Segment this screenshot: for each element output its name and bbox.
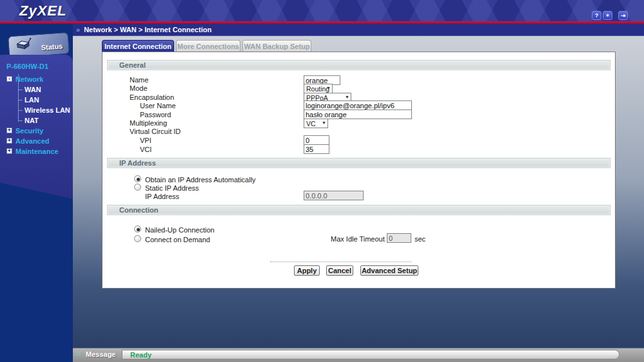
- obtain-ip-label: Obtain an IP Address Automatically: [145, 176, 256, 184]
- message-label: Message: [86, 350, 115, 358]
- password-label: Password: [140, 111, 171, 119]
- sidebar-item-advanced[interactable]: + Advanced: [0, 136, 73, 146]
- button-separator: [270, 262, 412, 262]
- expand-icon[interactable]: +: [6, 128, 12, 133]
- sidebar-item-wireless-lan[interactable]: Wireless LAN: [0, 105, 73, 115]
- logout-icon[interactable]: ⇥: [618, 11, 628, 20]
- sidebar-item-label: NAT: [24, 117, 39, 124]
- mode-label: Mode: [130, 84, 148, 92]
- vpi-label: VPI: [140, 137, 151, 144]
- tab-wan-backup-setup[interactable]: WAN Backup Setup: [242, 40, 311, 52]
- main-content-area: Internet Connection More Connections WAN…: [73, 36, 644, 348]
- ip-address-input: [304, 191, 364, 200]
- sidebar-item-maintenance[interactable]: + Maintenance: [0, 146, 73, 157]
- connect-on-demand-radio[interactable]: [134, 235, 141, 242]
- settings-panel: General Name Mode Routing ▼ Encapsulatio…: [102, 52, 616, 289]
- sidebar-item-label: Security: [15, 127, 43, 135]
- sidebar-item-label: WAN: [24, 86, 41, 93]
- static-ip-radio[interactable]: [134, 184, 141, 191]
- vcid-label: Virtual Circuit ID: [130, 128, 181, 135]
- encapsulation-label: Encapsulation: [130, 93, 174, 101]
- section-header-connection: Connection: [108, 205, 610, 214]
- name-label: Name: [130, 76, 148, 84]
- vci-label: VCI: [140, 146, 151, 153]
- tab-internet-connection[interactable]: Internet Connection: [102, 40, 174, 52]
- sidebar: Status P-660HW-D1 - Network WAN LAN Wire…: [0, 24, 73, 362]
- router-icon: [15, 38, 32, 52]
- username-label: User Name: [140, 102, 176, 110]
- breadcrumb: »Network > WAN > Internet Connection: [73, 24, 644, 36]
- sidebar-item-label: Network: [15, 75, 43, 83]
- static-ip-label: Static IP Address: [145, 184, 199, 192]
- wizard-icon[interactable]: ✶: [603, 11, 612, 20]
- obtain-ip-radio[interactable]: [134, 175, 141, 182]
- status-message-text: Ready: [130, 351, 151, 359]
- username-input[interactable]: [304, 100, 412, 110]
- message-dots-icon: ∷: [77, 350, 81, 357]
- max-idle-timeout-label: Max Idle Timeout: [331, 235, 385, 243]
- sidebar-item-lan[interactable]: LAN: [0, 95, 73, 105]
- message-status-bar: ∷ Message Ready: [73, 348, 644, 362]
- breadcrumb-arrow-icon: »: [76, 26, 80, 33]
- section-header-general: General: [108, 61, 610, 70]
- device-name: P-660HW-D1: [0, 62, 73, 74]
- collapse-icon[interactable]: -: [6, 76, 12, 82]
- multiplexing-label: Multiplexing: [130, 119, 167, 127]
- sidebar-item-security[interactable]: + Security: [0, 126, 73, 136]
- sidebar-item-wan[interactable]: WAN: [0, 84, 73, 95]
- sidebar-item-network[interactable]: - Network: [0, 74, 73, 84]
- sidebar-item-label: LAN: [24, 96, 39, 104]
- ip-address-label: IP Address: [145, 193, 179, 200]
- router-admin-page: ZyXEL ? ✶ ⇥ »Network > WAN > Internet Co…: [0, 0, 644, 362]
- mode-select[interactable]: Routing ▼: [304, 84, 333, 93]
- cancel-button[interactable]: Cancel: [326, 265, 353, 276]
- password-input[interactable]: [304, 110, 412, 119]
- breadcrumb-path: Network > WAN > Internet Connection: [84, 26, 211, 33]
- status-button-label: Status: [41, 42, 63, 51]
- sidebar-item-nat[interactable]: NAT: [0, 115, 73, 126]
- apply-button[interactable]: Apply: [294, 265, 320, 276]
- nailed-up-radio[interactable]: [134, 225, 141, 233]
- section-header-ip-address: IP Address: [108, 158, 610, 167]
- status-button[interactable]: Status: [8, 32, 70, 58]
- tab-more-connections[interactable]: More Connections: [176, 40, 240, 52]
- nailed-up-label: Nailed-Up Connection: [145, 226, 215, 234]
- sidebar-item-label: Advanced: [15, 137, 50, 145]
- max-idle-timeout-input: [387, 233, 411, 243]
- expand-icon[interactable]: +: [6, 138, 12, 144]
- multiplexing-select-value: VC: [306, 120, 316, 128]
- chevron-down-icon: ▼: [326, 86, 331, 90]
- top-banner: ZyXEL ? ✶ ⇥: [0, 0, 644, 21]
- multiplexing-select[interactable]: VC ▼: [304, 119, 328, 128]
- chevron-down-icon: ▼: [322, 120, 326, 125]
- chevron-down-icon: ▼: [345, 95, 349, 99]
- zyxel-logo: ZyXEL: [19, 3, 66, 19]
- nav-tree: P-660HW-D1 - Network WAN LAN Wireless LA…: [0, 62, 73, 157]
- help-icon[interactable]: ?: [592, 11, 601, 20]
- vpi-input[interactable]: [304, 135, 329, 145]
- sec-unit-label: sec: [415, 235, 425, 243]
- sidebar-item-label: Wireless LAN: [24, 106, 70, 114]
- vci-input[interactable]: [304, 144, 329, 154]
- advanced-setup-button[interactable]: Advanced Setup: [360, 265, 418, 276]
- sidebar-item-label: Maintenance: [15, 148, 59, 155]
- status-message-field: Ready: [122, 350, 620, 359]
- expand-icon[interactable]: +: [6, 148, 12, 154]
- connect-on-demand-label: Connect on Demand: [145, 236, 210, 243]
